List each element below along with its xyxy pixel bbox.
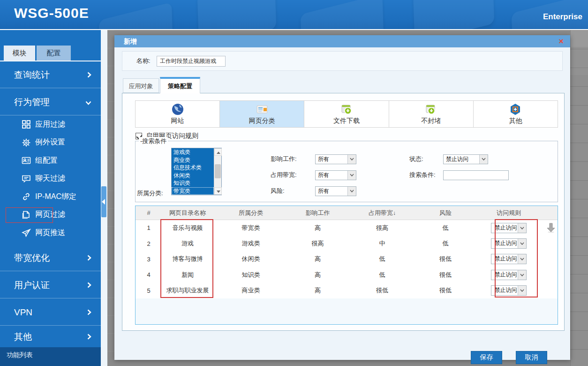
status-filter-select[interactable]: 禁止访问 [443, 154, 488, 164]
cell-name: 求职与职业发展 [162, 286, 213, 295]
apply-rule-to-all-icon[interactable] [547, 223, 555, 233]
select-value: 所有 [316, 187, 347, 196]
category-listbox[interactable]: 游戏类 商业类 信息技术类 休闲类 知识类 带宽类 [171, 148, 222, 195]
dimmed-content-right [570, 30, 588, 366]
tab-web-category[interactable]: 网页分类 [220, 101, 304, 127]
cell-impact: 高 [288, 271, 347, 279]
select-value: 所有 [316, 171, 347, 180]
sidebar-item-vpn[interactable]: VPN [0, 299, 101, 326]
rule-select[interactable]: 禁止访问 [491, 238, 527, 249]
category-option[interactable]: 知识类 [172, 179, 214, 187]
category-option[interactable]: 信息技术类 [172, 164, 214, 172]
rule-select[interactable]: 禁止访问 [491, 223, 527, 233]
name-input[interactable] [157, 56, 226, 67]
cell-num: 5 [136, 287, 162, 294]
tab-other[interactable]: 其他 [474, 101, 558, 127]
bandwidth-filter-select[interactable]: 所有 [315, 170, 356, 180]
chevron-down-icon [518, 254, 526, 264]
dialog-title: 新增 [124, 35, 137, 47]
table-row: 3 博客与微博 休闲类 高 低 很低 禁止访问 [136, 252, 558, 267]
category-option[interactable]: 商业类 [172, 156, 214, 164]
cell-num: 3 [136, 256, 162, 263]
scroll-up-icon[interactable] [214, 148, 222, 156]
select-value: 禁止访问 [491, 286, 518, 295]
rule-select[interactable]: 禁止访问 [491, 270, 527, 280]
chevron-right-icon [87, 282, 91, 288]
tab-apply-object[interactable]: 应用对象 [123, 78, 159, 93]
cell-category: 带宽类 [213, 224, 288, 232]
chevron-right-icon [87, 309, 91, 315]
select-value: 禁止访问 [491, 239, 518, 248]
sidebar-item-web-filter[interactable]: 网页过滤 [0, 206, 101, 224]
sidebar-item-query-stats[interactable]: 查询统计 [0, 61, 101, 88]
banner-decoration [413, 0, 495, 29]
cell-name: 新闻 [162, 271, 213, 279]
impact-filter-select[interactable]: 所有 [315, 154, 356, 164]
keyword-input[interactable] [443, 170, 509, 180]
category-option[interactable]: 带宽类 [172, 187, 214, 195]
table-row: 4 新闻 知识类 高 低 很低 禁止访问 [136, 267, 558, 282]
section-label: 行为管理 [14, 97, 50, 107]
sidebar-item-bandwidth-opt[interactable]: 带宽优化 [0, 244, 101, 271]
banner-decoration [99, 2, 173, 29]
add-policy-dialog: 新增 × 名称: 应用对象 策略配置 网站 [114, 35, 570, 360]
status-filter-row: 状态: 禁止访问 [409, 154, 488, 164]
sidebar-item-behavior-mgmt[interactable]: 行为管理 [0, 89, 101, 115]
risk-filter-select[interactable]: 所有 [315, 186, 356, 196]
cancel-button[interactable]: 取消 [516, 351, 547, 364]
cell-bandwidth: 中 [347, 239, 417, 248]
tab-file-download[interactable]: 文件下载 [304, 101, 389, 127]
tab-policy-config[interactable]: 策略配置 [160, 77, 200, 93]
category-option[interactable]: 游戏类 [172, 148, 214, 156]
sidebar-item-exception-settings[interactable]: 例外设置 [0, 134, 101, 152]
sidebar: 模块 配置 查询统计 行为管理 应用过滤 例外设置 [0, 30, 101, 366]
sidebar-tab-config[interactable]: 配置 [37, 46, 71, 61]
other-icon [509, 103, 522, 116]
scroll-down-icon[interactable] [214, 187, 222, 195]
top-banner: WSG-500E Enterprise [0, 0, 588, 29]
sidebar-item-ip-mac-binding[interactable]: IP-MAC绑定 [0, 188, 101, 206]
chevron-right-icon [87, 72, 91, 78]
cell-rule: 禁止访问 [474, 254, 544, 264]
category-options: 游戏类 商业类 信息技术类 休闲类 知识类 带宽类 [172, 148, 214, 195]
webpage-category-icon [256, 103, 269, 116]
chevron-down-icon [347, 171, 356, 180]
submenu-label: 组配置 [35, 156, 58, 166]
sort-desc-icon: ↓ [393, 210, 396, 216]
sidebar-item-user-auth[interactable]: 用户认证 [0, 272, 101, 298]
sidebar-item-group-config[interactable]: 组配置 [0, 152, 101, 170]
table-row: 2 游戏 游戏类 很高 中 低 禁止访问 [136, 236, 558, 251]
sidebar-item-app-filter[interactable]: 应用过滤 [0, 115, 101, 134]
sidebar-collapse-handle[interactable] [101, 186, 106, 217]
sidebar-tab-modules[interactable]: 模块 [4, 46, 35, 61]
cell-name: 游戏 [162, 239, 213, 248]
col-header-bandwidth[interactable]: 占用带宽↓ [347, 209, 417, 217]
rule-select[interactable]: 禁止访问 [491, 254, 527, 264]
select-value: 禁止访问 [491, 254, 518, 264]
tab-website[interactable]: 网站 [136, 101, 220, 127]
keyword-filter-row: 搜索条件: [409, 170, 509, 180]
sidebar-item-chat-filter[interactable]: 聊天过滤 [0, 170, 101, 188]
dimmed-content-left [107, 30, 114, 366]
chevron-right-icon [87, 255, 91, 261]
cell-rule: 禁止访问 [474, 270, 544, 280]
scrollbar-thumb[interactable] [215, 164, 221, 178]
cell-impact: 高 [288, 255, 347, 263]
section-label: 带宽优化 [14, 253, 50, 263]
edition-label: Enterprise [543, 12, 582, 22]
main-content: 新增 × 名称: 应用对象 策略配置 网站 [101, 30, 588, 366]
close-icon[interactable]: × [558, 35, 564, 47]
sidebar-item-web-push[interactable]: 网页推送 [0, 224, 101, 242]
app-logo: WSG-500E [14, 5, 89, 21]
save-button[interactable]: 保存 [471, 351, 502, 364]
category-option[interactable]: 休闲类 [172, 172, 214, 180]
sidebar-item-other[interactable]: 其他 [0, 326, 101, 347]
rule-select[interactable]: 禁止访问 [491, 285, 527, 296]
chevron-down-icon [518, 286, 526, 295]
cell-category: 休闲类 [213, 255, 288, 263]
col-header-name: 网页目录名称 [162, 209, 213, 217]
send-icon [22, 228, 31, 237]
listbox-scrollbar[interactable] [214, 148, 221, 195]
tab-unblock[interactable]: 不封堵 [389, 101, 474, 127]
select-value: 所有 [316, 155, 347, 164]
